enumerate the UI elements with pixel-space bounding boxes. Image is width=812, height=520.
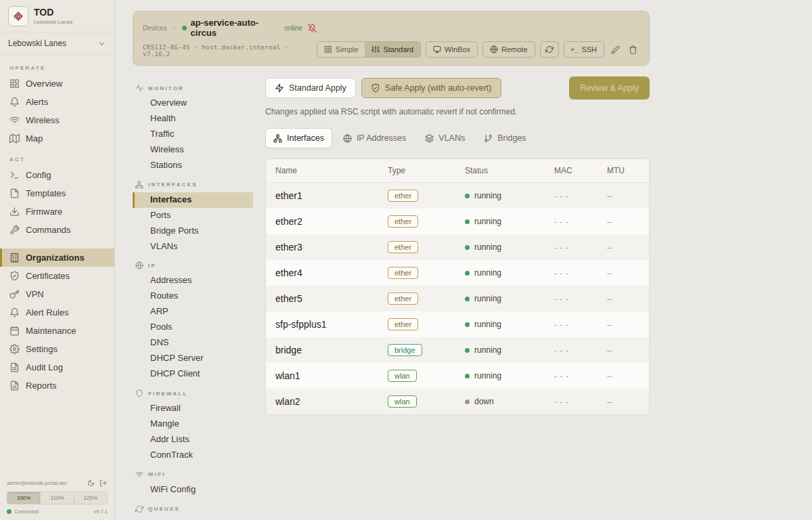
status-dot [465, 297, 470, 301]
sidebar-item-templates[interactable]: Templates [0, 184, 114, 202]
status-dot [465, 399, 470, 404]
subnav-item-conntrack[interactable]: ConnTrack [133, 448, 253, 463]
shield-check-icon [371, 83, 380, 93]
column-header-type: Type [378, 159, 455, 183]
globe-icon [490, 45, 498, 53]
winbox-label: WinBox [445, 45, 470, 53]
theme-toggle-button[interactable] [87, 479, 95, 488]
safe-apply-button[interactable]: Safe Apply (with auto-revert) [361, 78, 501, 98]
winbox-button[interactable]: WinBox [426, 41, 478, 58]
subnav-item-overview[interactable]: Overview [133, 95, 253, 111]
subnav-item-dhcp-client[interactable]: DHCP Client [133, 366, 253, 382]
subnav-item-queues[interactable]: Queues [133, 517, 253, 520]
standard-apply-button[interactable]: Standard Apply [265, 78, 356, 98]
subnav-item-bridge-ports[interactable]: Bridge Ports [133, 223, 253, 239]
table-row-bridge[interactable]: bridgebridgerunning- - --- [266, 337, 649, 363]
zoom-option-110[interactable]: 110% [41, 492, 74, 504]
sidebar-item-wireless[interactable]: Wireless [0, 111, 114, 129]
sidebar-item-vpn[interactable]: VPN [0, 285, 114, 303]
zoom-option-125[interactable]: 125% [74, 492, 107, 504]
tab-bridges[interactable]: Bridges [476, 128, 534, 148]
subnav-item-interfaces[interactable]: Interfaces [133, 192, 253, 208]
zoom-option-100[interactable]: 100% [7, 492, 41, 504]
view-simple-button[interactable]: Simple [317, 42, 365, 57]
cell-type: ether [378, 183, 455, 209]
subnav-item-arp[interactable]: ARP [133, 304, 253, 320]
sidebar-item-map[interactable]: Map [0, 129, 114, 148]
remote-button[interactable]: Remote [482, 41, 535, 58]
table-row-ether5[interactable]: ether5etherrunning- - --- [266, 286, 649, 311]
cell-mtu: -- [597, 389, 649, 414]
subnav-section-label: IP [148, 263, 156, 269]
grid-icon [9, 79, 20, 89]
subnav-item-traffic[interactable]: Traffic [133, 127, 253, 142]
sidebar-item-alert-rules[interactable]: Alert Rules [0, 303, 114, 322]
subnav-item-addr-lists[interactable]: Addr Lists [133, 432, 253, 448]
connection-status: Connected [14, 508, 39, 515]
subnav-item-ports[interactable]: Ports [133, 208, 253, 223]
org-selector[interactable]: Lebowski Lanes [0, 32, 114, 55]
edit-button[interactable] [609, 43, 622, 56]
table-row-wlan2[interactable]: wlan2wlandown- - --- [266, 389, 649, 414]
git-branch-icon [484, 134, 493, 143]
subnav-item-health[interactable]: Health [133, 111, 253, 127]
subnav-item-vlans[interactable]: VLANs [133, 239, 253, 255]
refresh-button[interactable] [540, 41, 559, 58]
activity-icon [135, 84, 143, 92]
sidebar-item-label: Settings [26, 344, 58, 354]
subnav-section-label: QUEUES [148, 506, 180, 512]
online-badge: online [284, 24, 302, 32]
table-row-ether1[interactable]: ether1etherrunning- - --- [266, 183, 649, 209]
sidebar-item-commands[interactable]: Commands [0, 221, 114, 239]
table-row-sfp-sfpplus1[interactable]: sfp-sfpplus1etherrunning- - --- [266, 311, 649, 337]
sidebar-item-alerts[interactable]: Alerts [0, 93, 114, 111]
subnav-item-mangle[interactable]: Mangle [133, 416, 253, 432]
subnav-item-stations[interactable]: Stations [133, 158, 253, 173]
table-row-wlan1[interactable]: wlan1wlanrunning- - --- [266, 363, 649, 389]
subnav-item-wireless[interactable]: Wireless [133, 142, 253, 158]
tab-interfaces[interactable]: Interfaces [265, 128, 332, 148]
subnav-item-dhcp-server[interactable]: DHCP Server [133, 351, 253, 366]
sidebar-item-firmware[interactable]: Firmware [0, 202, 114, 221]
sidebar-item-label: Commands [26, 225, 70, 235]
sidebar-item-label: Certificates [26, 271, 70, 281]
tab-vlans[interactable]: VLANs [417, 128, 473, 148]
interfaces-table-card: NameTypeStatusMACMTU ether1etherrunning-… [265, 158, 650, 415]
view-standard-button[interactable]: Standard [365, 42, 420, 57]
sidebar-item-organizations[interactable]: Organizations [0, 248, 114, 267]
subnav-item-pools[interactable]: Pools [133, 320, 253, 335]
sidebar-item-reports[interactable]: Reports [0, 376, 114, 395]
footer-actions [87, 479, 108, 488]
cell-type: wlan [378, 363, 455, 389]
subnav-section-firewall: FIREWALL [133, 382, 253, 401]
sidebar-item-certificates[interactable]: Certificates [0, 267, 114, 285]
status-dot [465, 194, 470, 198]
breadcrumb-devices-link[interactable]: Devices [143, 24, 167, 32]
gear-icon [9, 344, 20, 354]
subnav-section-monitor: MONITOR [133, 77, 253, 95]
sidebar-item-overview[interactable]: Overview [0, 74, 114, 93]
subnav-item-firewall[interactable]: Firewall [133, 401, 253, 416]
review-apply-button[interactable]: Review & Apply [569, 77, 650, 100]
notifications-muted-icon-slot[interactable] [308, 24, 317, 32]
subnav-item-wifi-config[interactable]: WiFi Config [133, 482, 253, 498]
subnav-item-routes[interactable]: Routes [133, 288, 253, 304]
table-row-ether2[interactable]: ether2etherrunning- - --- [266, 209, 649, 234]
table-row-ether3[interactable]: ether3etherrunning- - --- [266, 234, 649, 260]
subnav-section-label: WIFI [148, 471, 166, 477]
sidebar-item-maintenance[interactable]: Maintenance [0, 322, 114, 340]
sidebar-item-config[interactable]: Config [0, 166, 114, 184]
cell-mtu: -- [597, 260, 649, 286]
subnav-item-dns[interactable]: DNS [133, 335, 253, 351]
sidebar-item-label: Reports [26, 381, 57, 391]
table-row-ether4[interactable]: ether4etherrunning- - --- [266, 260, 649, 286]
cell-name: sfp-sfpplus1 [266, 311, 378, 337]
tab-ip-addresses[interactable]: IP Addresses [335, 128, 414, 148]
ssh-button[interactable]: >_ SSH [564, 41, 604, 58]
subnav-item-addresses[interactable]: Addresses [133, 273, 253, 288]
sidebar-item-audit-log[interactable]: Audit Log [0, 358, 114, 376]
delete-button[interactable] [627, 43, 639, 56]
sidebar-item-settings[interactable]: Settings [0, 340, 114, 358]
logout-button[interactable] [99, 479, 108, 488]
cell-mtu: -- [597, 209, 649, 234]
